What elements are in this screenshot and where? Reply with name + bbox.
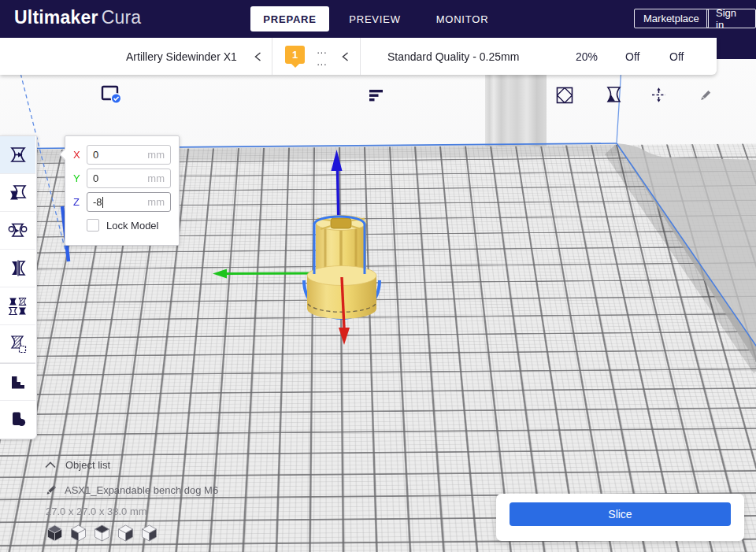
x-position-input[interactable]: 0 mm: [87, 145, 171, 165]
build-volume-corner-edge: [617, 67, 621, 143]
extruder-1-badge[interactable]: 1: [285, 46, 305, 64]
lock-model-checkbox[interactable]: [87, 219, 99, 232]
support-value[interactable]: Off: [625, 38, 639, 75]
camera-view-controls: [46, 524, 158, 542]
extruder-collapse-chevron-icon[interactable]: [341, 51, 350, 62]
top-bar: UltimakerCura PREPARE PREVIEW MONITOR Ma…: [0, 0, 756, 38]
printer-icon: [101, 85, 122, 105]
edit-settings-pencil-icon[interactable]: [698, 88, 713, 103]
y-axis-label: Y: [73, 172, 83, 184]
support-blocker-button[interactable]: [0, 325, 35, 363]
slice-button[interactable]: Slice: [510, 502, 731, 526]
support-blocker-icon: [8, 335, 28, 354]
y-position-value: 0: [93, 172, 98, 184]
lock-model-label: Lock Model: [106, 220, 158, 232]
rotate-tool-icon: [8, 221, 28, 239]
tab-prepare[interactable]: PREPARE: [250, 6, 329, 31]
mirror-tool-button[interactable]: [0, 250, 35, 287]
x-axis-label: X: [73, 149, 83, 161]
object-list-label: Object list: [65, 459, 110, 471]
z-axis-label: Z: [73, 196, 83, 208]
mirror-tool-icon: [9, 259, 28, 277]
logo-cura: Cura: [102, 7, 142, 28]
adhesion-value[interactable]: Off: [669, 38, 684, 75]
rotate-tool-button[interactable]: [0, 212, 35, 250]
adhesion-icon: [650, 87, 667, 103]
extruder-nozzle: ...: [313, 57, 331, 69]
move-tool-panel: X 0 mm Y 0 mm Z -8 mm Lock Model: [65, 135, 180, 246]
text-cursor: [102, 197, 103, 208]
marketplace-button[interactable]: Marketplace: [634, 9, 709, 28]
x-position-value: 0: [93, 149, 98, 161]
x-unit-label: mm: [147, 149, 165, 161]
profile-layers-icon: [369, 88, 384, 103]
plugin-shape-tool-button[interactable]: [0, 401, 35, 439]
infill-icon: [556, 87, 573, 104]
config-bar: Artillery Sidewinder X1 ... ... Standard…: [0, 38, 717, 75]
view-front-cube-icon[interactable]: [70, 524, 87, 542]
y-unit-label: mm: [147, 172, 165, 184]
object-info: Object list ASX1_Expandable bench dog M6…: [44, 457, 218, 517]
tab-monitor[interactable]: MONITOR: [432, 0, 493, 38]
chevron-up-icon: [44, 461, 57, 469]
extruder-material: ...: [313, 45, 331, 57]
top-bar-extension: [717, 38, 756, 59]
view-3d-cube-icon[interactable]: [46, 524, 63, 542]
plugin-stairs-tool-button[interactable]: [0, 363, 35, 401]
z-position-input[interactable]: -8 mm: [87, 192, 171, 212]
view-left-cube-icon[interactable]: [117, 524, 134, 542]
model-dimensions: 27.0 x 27.0 x 38.0 mm: [46, 506, 218, 517]
infill-value[interactable]: 20%: [576, 38, 598, 75]
printer-selector[interactable]: Artillery Sidewinder X1: [126, 38, 237, 75]
stairs-icon: [9, 373, 28, 391]
printer-collapse-chevron-icon[interactable]: [254, 51, 262, 62]
tool-sidebar: [0, 135, 37, 439]
support-icon: [606, 86, 622, 104]
y-position-input[interactable]: 0 mm: [87, 169, 171, 188]
scale-tool-button[interactable]: [0, 174, 35, 212]
model-name-row[interactable]: ASX1_Expandable bench dog M6: [44, 482, 218, 498]
move-tool-button[interactable]: [0, 136, 35, 174]
z-unit-label: mm: [147, 196, 165, 208]
slice-panel: Slice: [496, 494, 744, 541]
cura-window: UltimakerCura PREPARE PREVIEW MONITOR Ma…: [0, 0, 756, 552]
printer-gantry-column: [485, 67, 547, 146]
model-name: ASX1_Expandable bench dog M6: [65, 484, 218, 496]
per-model-settings-icon: [8, 297, 28, 316]
rename-pencil-icon: [44, 483, 57, 497]
object-list-toggle[interactable]: Object list: [44, 457, 218, 472]
sign-in-button[interactable]: Sign in: [706, 9, 756, 28]
z-position-value: -8: [93, 196, 102, 208]
tab-preview[interactable]: PREVIEW: [345, 0, 405, 38]
per-model-settings-button[interactable]: [0, 287, 35, 325]
print-profile-selector[interactable]: Standard Quality - 0.25mm: [387, 38, 519, 75]
view-top-cube-icon[interactable]: [94, 524, 110, 542]
boot-shape-icon: [9, 410, 28, 429]
view-right-cube-icon[interactable]: [141, 524, 158, 542]
move-tool-icon: [9, 146, 28, 164]
logo-ultimaker: Ultimaker: [14, 7, 98, 28]
scale-tool-icon: [9, 183, 28, 202]
app-logo: UltimakerCura: [14, 7, 141, 28]
extruder-material-label[interactable]: ... ...: [313, 45, 331, 69]
